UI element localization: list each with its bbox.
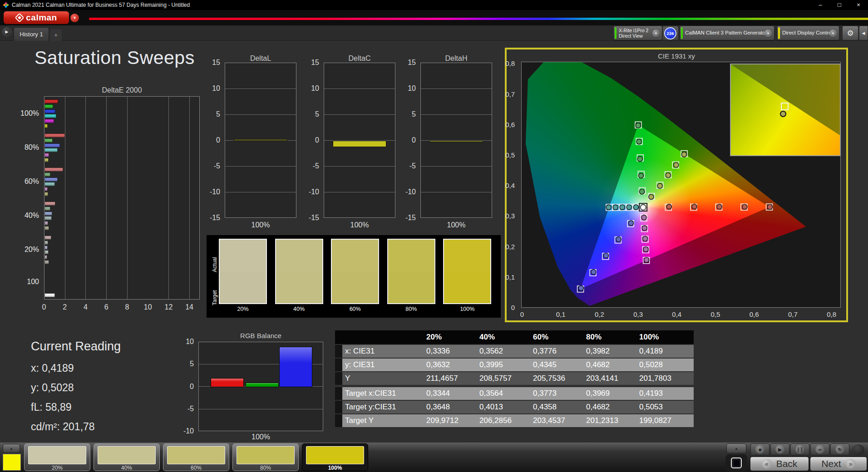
panel-up-button[interactable]: ▲ (726, 443, 746, 453)
deltae-chart-title: DeltaE 2000 (44, 86, 200, 94)
deltae-bar-blue (44, 109, 55, 113)
swatch-target (388, 271, 434, 303)
deltae-bar-blue (44, 246, 48, 250)
deltaL-bar (234, 139, 288, 141)
up-arrow-icon: ▲ (10, 447, 13, 451)
next-button[interactable]: Next » (810, 457, 867, 471)
deltah-plot (420, 63, 492, 218)
swatch-100% (443, 239, 491, 304)
rainbow-accent-line (89, 18, 868, 20)
scroll-up-button[interactable]: ▲ (3, 444, 20, 453)
display-control-label: Direct Display Control (782, 30, 833, 35)
pattern-card-20%[interactable]: 20% (24, 443, 90, 471)
swatch-20% (219, 239, 267, 304)
continuous-pattern-button[interactable]: ∞ (810, 443, 829, 455)
table-cell: 209,9712 (426, 416, 459, 425)
swatch-actual (388, 240, 434, 271)
deltae-bar-red (44, 236, 51, 240)
deltae-bar-cyan (44, 148, 58, 152)
collapse-panel-button[interactable]: ◀ (859, 26, 868, 40)
pattern-card-80%[interactable]: 80% (232, 443, 299, 471)
pattern-card-100%[interactable]: 100% (302, 443, 368, 471)
deltaL-y-tick-label: 10 (212, 84, 220, 93)
deltae-bar-magenta (44, 153, 49, 157)
deltae-bar-magenta (44, 221, 48, 225)
minimize-icon[interactable]: – (811, 0, 830, 10)
single-pattern-button[interactable]: [·] (790, 443, 809, 455)
page-title: Saturation Sweeps (35, 47, 195, 69)
swatch-label: 60% (331, 306, 379, 312)
maximize-icon[interactable]: □ (830, 0, 849, 10)
pattern-card-60%[interactable]: 60% (163, 443, 229, 471)
rgb-balance-plot (198, 342, 323, 431)
table-header-cell: 60% (533, 333, 548, 342)
table-header-cell: 100% (639, 333, 659, 342)
meter-line1: X-Rite i1Pro 2 (619, 28, 648, 33)
logo-dropdown-button[interactable]: ▼ (70, 14, 79, 22)
pattern-card-swatch (237, 446, 295, 464)
deltal-y-axis: 151050-5-10-15 (207, 63, 223, 218)
deltae-bar-yellow (44, 260, 49, 264)
close-icon[interactable]: × (849, 0, 868, 10)
workflow-nav-button[interactable]: ▶ (2, 27, 11, 36)
settings-button[interactable]: ⚙ (843, 26, 858, 40)
current-reading-title: Current Reading (31, 339, 121, 354)
stop-pattern-button[interactable]: ■ (750, 443, 769, 455)
deltah-chart-title: DeltaH (420, 54, 492, 63)
rgb-balance-title: RGB Balance (198, 332, 323, 339)
table-cell: 0,4682 (586, 403, 610, 412)
pattern-generator-dropdown[interactable]: CalMAN Client 3 Pattern Generator ▼ (680, 26, 774, 40)
meter-dropdown[interactable]: X-Rite i1Pro 2 Direct View ▼ (614, 26, 662, 40)
stop-pattern-button[interactable] (725, 454, 747, 472)
table-header-row: 20%40%60%80%100% (335, 330, 694, 344)
deltae-x-tick-label: 12 (162, 303, 175, 311)
table-cell: 0,3982 (586, 347, 610, 356)
table-cell: 0,3776 (533, 347, 557, 356)
table-cell: 206,2856 (479, 416, 512, 425)
deltaH-y-tick-label: 5 (412, 110, 416, 118)
table-row-label: y: CIE31 (345, 360, 375, 369)
current-pattern-swatch (3, 454, 21, 471)
single-icon: [·] (795, 445, 804, 454)
cie-x-tick-label: 0,4 (668, 310, 686, 318)
table-header-cell: 40% (479, 333, 495, 342)
table-cell: 0,4358 (533, 403, 557, 412)
play-pattern-button[interactable]: ▶ (770, 443, 789, 455)
table-cell: 0,4013 (479, 403, 503, 412)
cie-x-tick-label: 0,5 (706, 310, 725, 318)
gear-icon: ⚙ (847, 29, 853, 38)
pattern-card-40%[interactable]: 40% (94, 443, 160, 471)
table-cell: 0,5053 (639, 403, 663, 412)
table-row: y: CIE310,36320,39950,43450,46820,5028 (335, 359, 694, 371)
table-row-label: Target Y (345, 416, 374, 425)
table-cell: 203,4537 (533, 416, 565, 425)
calman-logo-button[interactable]: calman (4, 11, 69, 24)
deltae-category-label: 40% (25, 211, 39, 220)
rgb-y-tick-label: 0 (190, 383, 194, 391)
up-arrow-icon: ▲ (735, 447, 738, 451)
table-cell: 199,0827 (639, 416, 671, 425)
tab-history-1[interactable]: History 1 (14, 27, 49, 41)
cie-x-tick-label: 0 (513, 310, 531, 318)
current-reading-x: x: 0,4189 (31, 362, 74, 374)
deltae-x-tick-label: 10 (141, 303, 155, 311)
deltae-x-tick-label: 6 (99, 303, 113, 311)
deltae-bar-green (44, 206, 50, 211)
deltae-bar-cyan (44, 182, 55, 186)
cie-y-tick-label: 0,5 (505, 151, 515, 159)
table-cell: 0,3995 (479, 360, 503, 369)
display-control-dropdown[interactable]: Direct Display Control ▼ (777, 26, 839, 40)
rgb-y-tick-label: 5 (190, 360, 194, 368)
back-button[interactable]: « Back (750, 457, 809, 471)
rgb-y-tick-label: -5 (187, 405, 194, 413)
table-header-cell: 80% (586, 333, 602, 342)
add-tab-button[interactable]: + (50, 29, 62, 41)
refresh-pattern-button[interactable]: ↻ (830, 443, 849, 455)
meter-count-badge[interactable]: 236 (664, 27, 676, 39)
deltae-bar-blue (44, 143, 60, 148)
deltae-category-label: 100% (20, 109, 39, 118)
deltac-plot (324, 63, 395, 218)
table-row-lead-strip (335, 359, 342, 371)
play-icon: ▶ (5, 30, 9, 34)
next-chevron-icon: » (846, 459, 856, 469)
